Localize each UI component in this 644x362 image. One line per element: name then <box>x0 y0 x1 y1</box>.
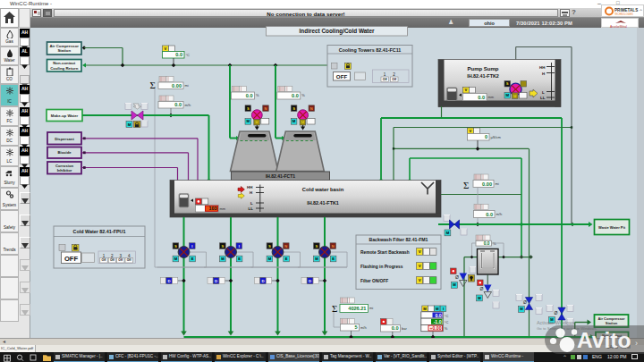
svg-text:M: M <box>292 119 296 123</box>
svg-text:0.00: 0.00 <box>172 83 182 88</box>
svg-text:M: M <box>268 257 272 261</box>
svg-text:Cold Water 82.41-FPU1: Cold Water 82.41-FPU1 <box>73 229 126 234</box>
svg-text:Air Compressor: Air Compressor <box>50 44 80 48</box>
svg-text:IH.82.41-FTK1: IH.82.41-FTK1 <box>307 200 339 206</box>
svg-text:°C: °C <box>445 314 449 318</box>
svg-text:Flashing in Progress: Flashing in Progress <box>360 265 403 269</box>
svg-text:°C: °C <box>186 53 191 57</box>
svg-text:mi: mi <box>369 306 373 310</box>
svg-text:0.0: 0.0 <box>292 93 299 98</box>
svg-text:M: M <box>315 257 318 261</box>
svg-text:H: H <box>250 190 252 195</box>
svg-text:Σ: Σ <box>150 80 156 90</box>
svg-text:mi: mi <box>185 83 189 88</box>
svg-text:M: M <box>174 257 178 261</box>
svg-text:103: 103 <box>209 206 217 211</box>
svg-text:S: S <box>222 244 225 248</box>
svg-text:0.0: 0.0 <box>174 102 182 107</box>
svg-text:Cooling Towers 82.41-FC11: Cooling Towers 82.41-FC11 <box>339 47 402 53</box>
svg-text:Make-up Water: Make-up Water <box>51 114 79 118</box>
svg-text:S: S <box>247 106 250 111</box>
svg-text:N: N <box>264 106 267 111</box>
svg-text:E: E <box>238 257 241 261</box>
svg-text:0.0: 0.0 <box>484 241 490 246</box>
svg-text:V: V <box>465 88 468 92</box>
svg-text:M: M <box>247 119 250 123</box>
svg-text:L: L <box>542 90 545 95</box>
svg-text:M: M <box>506 93 510 97</box>
svg-text:M: M <box>423 307 427 311</box>
svg-text:Off: Off <box>118 258 123 262</box>
svg-text:m/h: m/h <box>360 325 367 330</box>
svg-text:S: S <box>268 244 271 248</box>
svg-text:LL: LL <box>540 96 546 100</box>
svg-text:Station: Station <box>57 48 71 53</box>
svg-text:I: I <box>239 244 240 248</box>
svg-text:Off: Off <box>110 258 115 262</box>
svg-text:OFF: OFF <box>64 255 79 263</box>
svg-text:S: S <box>292 106 295 111</box>
svg-text:0.0: 0.0 <box>435 313 441 318</box>
svg-text:2: 2 <box>393 72 395 77</box>
svg-text:D: D <box>215 279 217 283</box>
svg-text:HH: HH <box>539 65 545 70</box>
svg-text:Σ: Σ <box>332 303 337 314</box>
svg-text:Ø: Ø <box>480 286 484 291</box>
svg-text:m/h: m/h <box>185 103 191 107</box>
svg-text:%: % <box>301 93 305 97</box>
svg-text:M: M <box>436 307 439 311</box>
svg-text:S: S <box>174 244 177 248</box>
svg-text:N: N <box>284 244 287 248</box>
svg-text:Corrosion: Corrosion <box>55 164 73 168</box>
svg-text:1: 1 <box>384 72 386 77</box>
svg-text:U: U <box>301 120 304 124</box>
svg-text:Biocide: Biocide <box>57 150 72 155</box>
svg-text:0.0: 0.0 <box>246 93 253 98</box>
svg-text:N: N <box>332 244 335 248</box>
svg-text:0: 0 <box>485 134 487 139</box>
svg-text:M: M <box>446 231 450 235</box>
svg-text:I: I <box>191 244 192 248</box>
svg-text:-1.0: -1.0 <box>434 319 442 324</box>
svg-text:M: M <box>520 307 523 311</box>
svg-text:Cold water basin: Cold water basin <box>302 187 344 192</box>
svg-text:V: V <box>419 264 421 268</box>
svg-text:V: V <box>419 249 421 254</box>
svg-text:Off: Off <box>102 258 107 262</box>
svg-text:HH: HH <box>247 185 252 189</box>
svg-text:Ø: Ø <box>555 310 558 316</box>
svg-text:µS/cm: µS/cm <box>491 135 502 139</box>
svg-text:Backwash Filter 82.41-FM1: Backwash Filter 82.41-FM1 <box>369 237 428 242</box>
svg-text:U: U <box>513 94 516 98</box>
svg-text:0.0: 0.0 <box>175 52 182 57</box>
svg-text:Avito: Avito <box>577 328 631 352</box>
svg-text:Off: Off <box>127 258 132 262</box>
svg-text:Waste Water Pit: Waste Water Pit <box>598 225 626 230</box>
svg-text:mm: mm <box>220 206 226 211</box>
svg-text:S: S <box>316 244 318 248</box>
svg-text:D: D <box>168 279 171 283</box>
svg-text:Remote Start Backwash: Remote Start Backwash <box>360 250 410 255</box>
svg-text:0.00: 0.00 <box>482 181 492 187</box>
svg-text:U: U <box>256 120 258 124</box>
svg-text:H: H <box>542 72 545 76</box>
svg-text:M: M <box>221 257 225 261</box>
svg-text:Off: Off <box>383 78 388 81</box>
svg-text:Cooling Return: Cooling Return <box>50 66 78 71</box>
svg-text:IH.82.41-FCT1: IH.82.41-FCT1 <box>266 173 295 179</box>
svg-text:M: M <box>453 282 456 287</box>
svg-text:%: % <box>445 326 448 331</box>
svg-text:Pump Sump: Pump Sump <box>467 66 498 72</box>
svg-text:Non-contact: Non-contact <box>53 61 76 65</box>
svg-text:D: D <box>309 279 311 283</box>
svg-text:Off: Off <box>392 78 397 81</box>
svg-text:4026.21: 4026.21 <box>348 306 366 311</box>
svg-text:1: 1 <box>103 254 106 258</box>
svg-text:M: M <box>128 122 131 127</box>
svg-text:V: V <box>470 129 472 133</box>
svg-text:5: 5 <box>354 324 357 330</box>
svg-text:4: 4 <box>128 254 131 258</box>
svg-text:m/h: m/h <box>496 212 503 216</box>
svg-text:V: V <box>419 278 421 282</box>
svg-text:Dispersant: Dispersant <box>55 137 74 141</box>
